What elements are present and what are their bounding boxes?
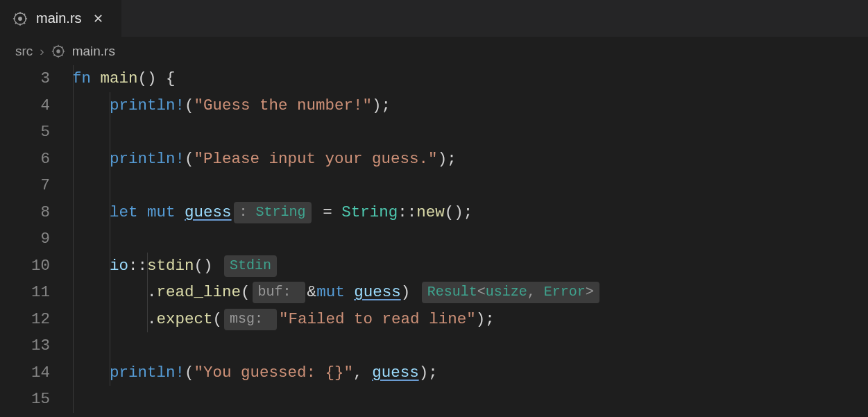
line-number: 9 (0, 225, 50, 253)
rust-icon (51, 44, 65, 58)
code-line[interactable]: fn main() { (72, 65, 868, 92)
line-number: 7 (0, 172, 50, 199)
line-number: 4 (0, 92, 50, 119)
line-number-gutter: 3456789101112131415 (0, 65, 69, 413)
inlay-hint: : String (234, 202, 312, 223)
inlay-hint: msg: (224, 309, 277, 330)
code-line[interactable]: io::stdin() Stdin (72, 253, 868, 280)
code-line[interactable]: println!("You guessed: {}", guess); (72, 359, 868, 386)
line-number: 10 (0, 253, 50, 280)
close-icon[interactable]: ✕ (90, 11, 106, 26)
code-line[interactable]: println!("Guess the number!"); (72, 92, 868, 119)
tab-bar: main.rs ✕ (0, 0, 868, 37)
code-line[interactable] (72, 386, 868, 413)
tab-label: main.rs (36, 10, 82, 26)
line-number: 11 (0, 279, 50, 306)
code-line[interactable]: println!("Please input your guess."); (72, 146, 868, 173)
chevron-right-icon: › (40, 44, 44, 59)
code-line[interactable]: .read_line(buf: &mut guess) Result<usize… (72, 279, 868, 306)
code-line[interactable] (72, 172, 868, 199)
line-number: 8 (0, 199, 50, 226)
line-number: 6 (0, 146, 50, 173)
inlay-hint: Result<usize, Error> (422, 282, 599, 303)
code-editor[interactable]: 3456789101112131415 fn main() { println!… (0, 65, 868, 413)
code-area[interactable]: fn main() { println!("Guess the number!"… (69, 65, 868, 413)
line-number: 14 (0, 359, 50, 386)
inlay-hint: buf: (253, 282, 305, 303)
breadcrumb-file[interactable]: main.rs (72, 44, 115, 59)
code-line[interactable]: let mut guess: String = String::new(); (72, 199, 868, 226)
svg-point-1 (18, 17, 22, 21)
svg-point-11 (56, 49, 60, 53)
code-line[interactable] (72, 225, 868, 253)
breadcrumb[interactable]: src › main.rs (0, 37, 868, 65)
line-number: 15 (0, 386, 50, 413)
code-line[interactable] (72, 332, 868, 359)
tab-main-rs[interactable]: main.rs ✕ (0, 0, 121, 37)
line-number: 3 (0, 65, 50, 92)
line-number: 12 (0, 306, 50, 333)
code-line[interactable] (72, 119, 868, 146)
breadcrumb-folder[interactable]: src (15, 44, 33, 59)
line-number: 5 (0, 119, 50, 146)
code-line[interactable]: .expect(msg: "Failed to read line"); (72, 306, 868, 333)
inlay-hint: Stdin (224, 255, 277, 277)
line-number: 13 (0, 332, 50, 359)
rust-icon (12, 11, 28, 26)
